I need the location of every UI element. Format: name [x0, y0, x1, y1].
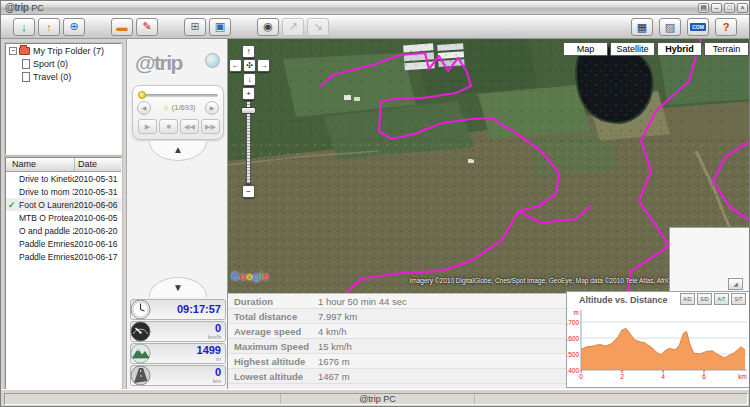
maptype-map-button[interactable]: Map	[563, 42, 608, 56]
statusbar-text: @trip PC	[281, 394, 475, 404]
speed-time-button[interactable]: S/T	[731, 293, 746, 305]
import-from-device-icon[interactable]: ↓	[13, 18, 35, 36]
sun-icon: ☼	[162, 103, 169, 112]
pan-left-button[interactable]: ←	[229, 59, 242, 72]
pan-down-button[interactable]: ↓	[243, 73, 256, 86]
device-settings-icon[interactable]: ▦	[631, 18, 653, 36]
speed-gauge: 0 km/h	[130, 321, 226, 342]
recenter-button[interactable]: ✣	[243, 59, 256, 72]
distance-gauge: 0 km	[130, 365, 226, 386]
check-icon: ✓	[8, 200, 16, 210]
gauges: 09:17:57 0 km/h	[130, 299, 226, 387]
window-menu-icon[interactable]: ▤	[698, 3, 709, 13]
play-button[interactable]: ▶	[138, 119, 157, 134]
import-icon: ↘	[307, 18, 329, 36]
resize-grip-icon[interactable]: ◢	[728, 278, 743, 290]
atrip-logo: @trip	[135, 51, 182, 75]
info-overlay-panel: ◢	[669, 227, 750, 293]
zoom-out-button[interactable]: −	[242, 185, 255, 198]
altitude-time-button[interactable]: A/T	[714, 293, 729, 305]
sidebar: − My Trip Folder (7) Sport (0) Travel (0…	[1, 39, 126, 389]
trip-folder-tree: − My Trip Folder (7) Sport (0) Travel (0…	[5, 43, 122, 155]
tree-item-sport[interactable]: Sport (0)	[6, 57, 121, 70]
playback-panel: @trip ◀ ☼ (1/693) ▶ ▶ ■ ◀◀ ▶▶ ▲ ▼	[126, 39, 228, 389]
maptype-satellite-button[interactable]: Satellite	[610, 42, 655, 56]
column-header-name[interactable]: Name	[6, 158, 75, 171]
maximize-button[interactable]: □	[724, 3, 735, 13]
publish-web-icon[interactable]: ⊕	[63, 18, 85, 36]
svg-text:km: km	[738, 373, 747, 380]
expander-icon[interactable]: −	[9, 47, 17, 55]
upload-trip-icon[interactable]: ↑	[38, 18, 60, 36]
close-button[interactable]: ×	[737, 3, 748, 13]
google-logo: Google	[231, 270, 269, 282]
main-toolbar: ↓ ↑ ⊕ ▬ ✎ ⊞ ▣ ◉ ↗ ↘ ▦ ▨ COM ?	[1, 15, 750, 39]
toolbar-group-view: ⊞ ▣	[184, 18, 231, 36]
collapse-up-tab[interactable]: ▲	[149, 141, 207, 161]
maptype-terrain-button[interactable]: Terrain	[704, 42, 749, 56]
altitude-unit: m	[216, 356, 221, 362]
atrip-pc-window: @trip PC ▤ – □ × ↓ ↑ ⊕ ▬ ✎ ⊞ ▣ ◉ ↗ ↘	[0, 0, 750, 407]
svg-text:2: 2	[620, 373, 624, 380]
trip-list-header: Name Date	[6, 158, 121, 172]
playback-slider-handle[interactable]	[138, 91, 146, 99]
svg-text:1400: 1400	[567, 367, 579, 374]
trip-row[interactable]: O and paddle 20Ju... 2010-06-20	[6, 224, 121, 237]
trip-row[interactable]: Drive to Kinetic 2010-05-31	[6, 172, 121, 185]
svg-text:4: 4	[661, 373, 665, 380]
mountain-icon	[130, 343, 151, 364]
edit-trip-icon[interactable]: ✎	[136, 18, 158, 36]
clock-icon	[130, 299, 151, 320]
chart-title: Altitude vs. Distance	[579, 295, 668, 305]
trip-row[interactable]: MTB O Protea 5Ju... 2010-06-05	[6, 211, 121, 224]
column-header-date[interactable]: Date	[75, 158, 121, 171]
photo-view-icon[interactable]: ▣	[209, 18, 231, 36]
chart-mode-buttons: A/D S/D A/T S/T	[680, 293, 746, 305]
pan-right-button[interactable]: →	[257, 59, 270, 72]
minimize-button[interactable]: –	[711, 3, 722, 13]
toolbar-group-camera: ◉ ↗ ↘	[257, 18, 329, 36]
speed-unit: km/h	[208, 334, 221, 340]
layout-split-icon[interactable]: ⊞	[184, 18, 206, 36]
statusbar-segment	[5, 394, 281, 404]
trip-row[interactable]: Paddle Emries 16... 2010-06-16	[6, 237, 121, 250]
altitude-distance-button[interactable]: A/D	[680, 293, 695, 305]
folder-icon	[19, 47, 30, 55]
rewind-button[interactable]: ◀◀	[180, 119, 199, 134]
logo-badge-icon	[205, 53, 220, 68]
toolbar-group-right: ▦ ▨ COM ?	[631, 18, 737, 36]
svg-text:0: 0	[579, 373, 583, 380]
tree-item-root[interactable]: − My Trip Folder (7)	[6, 44, 121, 57]
new-trip-icon[interactable]: ▬	[111, 18, 133, 36]
speed-distance-button[interactable]: S/D	[697, 293, 712, 305]
trip-row[interactable]: Paddle Emries 17... 2010-06-17	[6, 250, 121, 263]
map-view[interactable]: Map Satellite Hybrid Terrain ↑ ← ✣ → ↓ +…	[228, 39, 750, 293]
playback-slider[interactable]	[140, 94, 218, 97]
collapse-down-tab[interactable]: ▼	[149, 277, 207, 297]
trip-row[interactable]: Drive to mom 31May 2010-05-31	[6, 185, 121, 198]
time-gauge: 09:17:57	[130, 299, 226, 320]
speedometer-icon	[130, 321, 151, 342]
fast-forward-button[interactable]: ▶▶	[201, 119, 220, 134]
tree-item-label: Sport (0)	[33, 59, 68, 69]
tree-root-label: My Trip Folder (7)	[33, 46, 104, 56]
export-icon: ↗	[282, 18, 304, 36]
maptype-hybrid-button[interactable]: Hybrid	[657, 42, 702, 56]
svg-text:1600: 1600	[567, 335, 579, 342]
stop-button[interactable]: ■	[159, 119, 178, 134]
trip-row-selected[interactable]: ✓Foot O Laurentia 6... 2010-06-06	[6, 198, 121, 211]
app-logo: @trip	[5, 2, 28, 13]
tree-item-travel[interactable]: Travel (0)	[6, 70, 121, 83]
pan-up-button[interactable]: ↑	[242, 45, 255, 58]
altitude-chart-panel: Altitude vs. Distance A/D S/D A/T S/T 14…	[566, 291, 750, 388]
altitude-value: 1499	[197, 345, 221, 356]
com-port-icon[interactable]: COM	[687, 18, 709, 36]
print-icon[interactable]: ▨	[659, 18, 681, 36]
zoom-in-button[interactable]: +	[242, 87, 255, 100]
camera-sync-icon[interactable]: ◉	[257, 18, 279, 36]
playback-controls: ◀ ☼ (1/693) ▶ ▶ ■ ◀◀ ▶▶	[132, 85, 224, 140]
step-forward-button[interactable]: ▶	[205, 101, 219, 115]
zoom-slider-handle[interactable]	[241, 107, 256, 114]
help-icon[interactable]: ?	[715, 18, 737, 36]
distance-unit: km	[213, 378, 221, 384]
